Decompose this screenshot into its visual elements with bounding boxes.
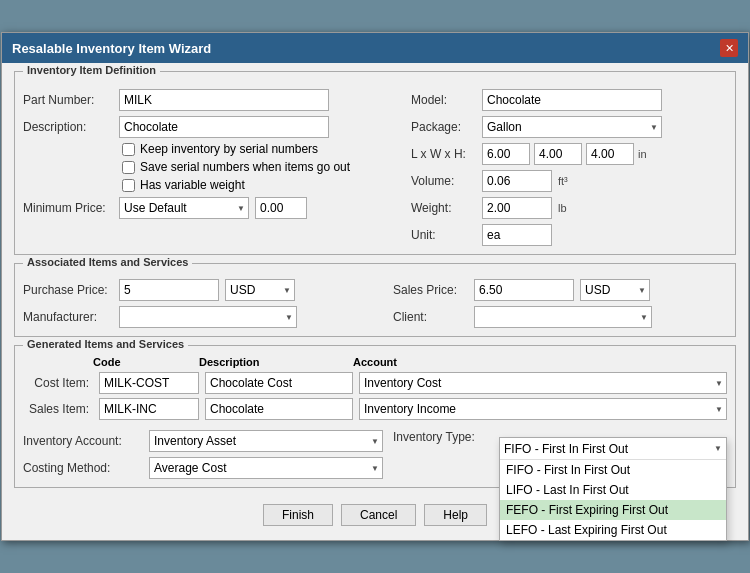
client-row: Client:	[393, 306, 727, 328]
package-label: Package:	[411, 120, 476, 134]
sales-price-label: Sales Price:	[393, 283, 468, 297]
sales-item-acct-select[interactable]: Inventory Income	[359, 398, 727, 420]
sales-item-desc-input[interactable]	[205, 398, 353, 420]
item-definition-label: Inventory Item Definition	[23, 64, 160, 76]
dropdown-item-lefo[interactable]: LEFO - Last Expiring First Out	[500, 520, 726, 540]
lwxh-label: L x W x H:	[411, 147, 476, 161]
sales-item-row: Sales Item: Inventory Income	[23, 398, 727, 420]
cost-item-acct-select[interactable]: Inventory Cost	[359, 372, 727, 394]
cost-item-label: Cost Item:	[23, 376, 93, 390]
description-label: Description:	[23, 120, 113, 134]
manufacturer-select[interactable]	[119, 306, 297, 328]
dropdown-item-lifo[interactable]: LIFO - Last In First Out	[500, 480, 726, 500]
costing-method-row: Costing Method: Average Cost	[23, 457, 383, 479]
weight-row: Weight: lb	[411, 197, 727, 219]
sales-currency-select[interactable]: USD	[580, 279, 650, 301]
help-button[interactable]: Help	[424, 504, 487, 526]
manufacturer-row: Manufacturer:	[23, 306, 383, 328]
model-label: Model:	[411, 93, 476, 107]
purchase-price-input[interactable]	[119, 279, 219, 301]
associated-right: Sales Price: USD Client:	[393, 274, 727, 328]
min-price-group: Use Default	[119, 197, 307, 219]
description-input[interactable]	[119, 116, 329, 138]
serial-numbers-checkbox[interactable]	[122, 143, 135, 156]
min-price-select[interactable]: Use Default	[119, 197, 249, 219]
gen-acct-header: Account	[353, 356, 727, 368]
client-select[interactable]	[474, 306, 652, 328]
volume-label: Volume:	[411, 174, 476, 188]
inv-type-dropdown-header[interactable]: FIFO - First In First Out	[500, 438, 726, 460]
dialog-body: Inventory Item Definition Part Number: D…	[2, 63, 748, 540]
package-select-wrapper: Gallon	[482, 116, 662, 138]
volume-input[interactable]	[482, 170, 552, 192]
finish-button[interactable]: Finish	[263, 504, 333, 526]
generated-content: Code Description Account Cost Item: Inve…	[23, 356, 727, 479]
associated-left: Purchase Price: USD Manufacturer:	[23, 274, 383, 328]
inv-account-group: Inventory Account: Inventory Asset Costi…	[23, 425, 383, 479]
min-price-select-wrapper: Use Default	[119, 197, 249, 219]
lwxh-row: L x W x H: in	[411, 143, 727, 165]
part-number-label: Part Number:	[23, 93, 113, 107]
dimension-group: in	[482, 143, 647, 165]
package-select[interactable]: Gallon	[482, 116, 662, 138]
cost-item-desc-input[interactable]	[205, 372, 353, 394]
part-number-input[interactable]	[119, 89, 329, 111]
dialog-title: Resalable Inventory Item Wizard	[12, 41, 211, 56]
min-price-value-input[interactable]	[255, 197, 307, 219]
costing-method-select-wrapper: Average Cost	[149, 457, 383, 479]
weight-unit: lb	[558, 202, 567, 214]
cancel-button[interactable]: Cancel	[341, 504, 416, 526]
dropdown-item-fifo[interactable]: FIFO - First In First Out	[500, 460, 726, 480]
inv-type-selected-label: FIFO - First In First Out	[504, 442, 628, 456]
dialog-window: Resalable Inventory Item Wizard ✕ Invent…	[1, 32, 749, 541]
dim-unit: in	[638, 148, 647, 160]
left-column: Part Number: Description: Keep inventory…	[23, 84, 403, 246]
item-definition-section: Inventory Item Definition Part Number: D…	[14, 71, 736, 255]
min-price-label: Minimum Price:	[23, 201, 113, 215]
model-input[interactable]	[482, 89, 662, 111]
inv-account-select[interactable]: Inventory Asset	[149, 430, 383, 452]
close-button[interactable]: ✕	[720, 39, 738, 57]
unit-input[interactable]	[482, 224, 552, 246]
weight-label: Weight:	[411, 201, 476, 215]
sales-currency-wrapper: USD	[580, 279, 650, 301]
save-serial-checkbox[interactable]	[122, 161, 135, 174]
client-select-wrapper	[474, 306, 652, 328]
purchase-currency-wrapper: USD	[225, 279, 295, 301]
associated-section: Associated Items and Services Purchase P…	[14, 263, 736, 337]
purchase-currency-select[interactable]: USD	[225, 279, 295, 301]
variable-weight-row: Has variable weight	[23, 178, 403, 192]
save-serial-label: Save serial numbers when items go out	[140, 160, 350, 174]
length-input[interactable]	[482, 143, 530, 165]
client-label: Client:	[393, 310, 468, 324]
width-input[interactable]	[534, 143, 582, 165]
purchase-price-label: Purchase Price:	[23, 283, 113, 297]
unit-label: Unit:	[411, 228, 476, 242]
weight-input[interactable]	[482, 197, 552, 219]
volume-unit: ft³	[558, 175, 568, 187]
serial-numbers-row: Keep inventory by serial numbers	[23, 142, 403, 156]
dropdown-item-fefo[interactable]: FEFO - First Expiring First Out	[500, 500, 726, 520]
sales-item-code-input[interactable]	[99, 398, 199, 420]
cost-item-code-input[interactable]	[99, 372, 199, 394]
sales-price-input[interactable]	[474, 279, 574, 301]
description-row: Description:	[23, 116, 403, 138]
inv-type-row: Inventory Type: FIFO - First In First Ou…	[393, 430, 727, 444]
variable-weight-checkbox[interactable]	[122, 179, 135, 192]
gen-header-row: Code Description Account	[23, 356, 727, 368]
generated-label: Generated Items and Services	[23, 338, 188, 350]
inv-type-group: Inventory Type: FIFO - First In First Ou…	[393, 425, 727, 479]
generated-section: Generated Items and Services Code Descri…	[14, 345, 736, 488]
save-serial-row: Save serial numbers when items go out	[23, 160, 403, 174]
height-input[interactable]	[586, 143, 634, 165]
sales-item-label: Sales Item:	[23, 402, 93, 416]
inv-account-label: Inventory Account:	[23, 434, 143, 448]
part-number-row: Part Number:	[23, 89, 403, 111]
costing-method-select[interactable]: Average Cost	[149, 457, 383, 479]
unit-row: Unit:	[411, 224, 727, 246]
package-row: Package: Gallon	[411, 116, 727, 138]
sales-item-acct-wrapper: Inventory Income	[359, 398, 727, 420]
volume-row: Volume: ft³	[411, 170, 727, 192]
inv-type-dropdown: FIFO - First In First Out FIFO - First I…	[499, 437, 727, 541]
bottom-rows: Inventory Account: Inventory Asset Costi…	[23, 425, 727, 479]
